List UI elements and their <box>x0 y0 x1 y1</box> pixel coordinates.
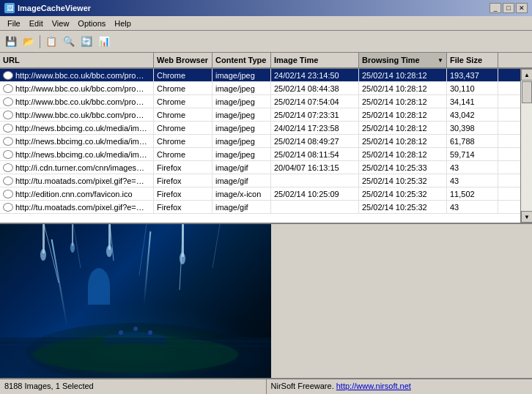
cell-imagetime: 24/02/14 23:14:50 <box>271 69 359 81</box>
cell-browsetime: 25/02/14 10:28:12 <box>359 148 447 160</box>
cell-imagetime: 20/04/07 16:13:15 <box>271 161 359 174</box>
row-icon <box>3 137 13 146</box>
table-row[interactable]: http://news.bbcimg.co.uk/media/im…Chrome… <box>0 122 520 135</box>
cell-type: image/jpeg <box>213 135 271 147</box>
table-row[interactable]: http://news.bbcimg.co.uk/media/im…Chrome… <box>0 135 520 148</box>
app-title: ImageCacheViewer <box>18 4 91 12</box>
cell-filesize: 34,141 <box>447 95 498 108</box>
cell-filesize: 43,042 <box>447 108 498 121</box>
table-row[interactable]: http://edition.cnn.com/favicon.icoFirefo… <box>0 187 520 201</box>
cell-filesize: 43 <box>447 174 498 187</box>
row-icon <box>3 97 13 106</box>
row-icon <box>3 150 13 159</box>
col-header-type[interactable]: Content Type <box>213 53 271 67</box>
cell-url: http://edition.cnn.com/favicon.ico <box>0 187 154 200</box>
svg-line-5 <box>139 224 147 275</box>
cell-filesize: 43 <box>447 201 498 213</box>
table-row[interactable]: http://i.cdn.turner.com/cnn/images…Firef… <box>0 161 520 174</box>
status-link[interactable]: http://www.nirsoft.net <box>336 382 411 390</box>
close-button[interactable]: ✕ <box>516 3 528 13</box>
col-header-filesize[interactable]: File Size <box>447 53 498 67</box>
table-scrollbar[interactable]: ▲ ▼ <box>520 69 532 223</box>
cell-url: http://www.bbc.co.uk/bbc.com/pro… <box>0 95 154 108</box>
lower-area <box>0 224 532 378</box>
svg-point-11 <box>70 242 75 253</box>
menu-edit[interactable]: Edit <box>25 18 48 29</box>
cell-url: http://i.cdn.turner.com/cnn/images… <box>0 161 154 174</box>
cell-type: image/jpeg <box>213 148 271 160</box>
cell-browser: Chrome <box>154 122 213 134</box>
col-header-imagetime[interactable]: Image Time <box>271 53 359 67</box>
cell-filesize: 30,398 <box>447 122 498 134</box>
refresh-button[interactable]: 🔄 <box>78 34 95 50</box>
cell-imagetime: 25/02/14 07:54:04 <box>271 95 359 108</box>
open-button[interactable]: 📂 <box>21 34 37 50</box>
svg-point-13 <box>106 245 112 257</box>
cell-browsetime: 25/02/14 10:28:12 <box>359 122 447 134</box>
table-row[interactable]: http://www.bbc.co.uk/bbc.com/pro…Chromei… <box>0 108 520 122</box>
save-button[interactable]: 💾 <box>3 34 19 50</box>
cell-url: http://www.bbc.co.uk/bbc.com/pro… <box>0 108 154 121</box>
row-icon <box>3 203 13 212</box>
scroll-down-button[interactable]: ▼ <box>521 211 532 223</box>
copy-button[interactable]: 📋 <box>43 34 59 50</box>
cell-type: image/jpeg <box>213 69 271 81</box>
table-row[interactable]: http://www.bbc.co.uk/bbc.com/pro…Chromei… <box>0 69 520 82</box>
row-icon <box>3 124 13 133</box>
table-row[interactable]: http://www.bbc.co.uk/bbc.com/pro…Chromei… <box>0 82 520 95</box>
col-header-browsetime[interactable]: Browsing Time ▼ <box>359 53 447 67</box>
cell-type: image/gif <box>213 201 271 213</box>
cell-type: image/jpeg <box>213 95 271 108</box>
row-icon <box>3 84 13 93</box>
status-count: 8188 Images, 1 Selected <box>4 382 94 390</box>
table-rows: http://www.bbc.co.uk/bbc.com/pro…Chromei… <box>0 69 520 223</box>
cell-browsetime: 25/02/14 10:25:33 <box>359 161 447 174</box>
cell-type: image/gif <box>213 161 271 174</box>
scroll-up-button[interactable]: ▲ <box>521 69 532 81</box>
cell-browsetime: 25/02/14 10:28:12 <box>359 82 447 94</box>
row-icon <box>3 111 13 119</box>
table-row[interactable]: http://www.bbc.co.uk/bbc.com/pro…Chromei… <box>0 95 520 108</box>
status-bar: 8188 Images, 1 Selected NirSoft Freeware… <box>0 378 532 394</box>
window-controls: _ □ ✕ <box>489 3 528 13</box>
menu-bar: File Edit View Options Help <box>0 16 532 31</box>
table-row[interactable]: http://tu.moatads.com/pixel.gif?e=…Firef… <box>0 201 520 214</box>
menu-file[interactable]: File <box>3 18 25 29</box>
minimize-button[interactable]: _ <box>489 3 501 13</box>
row-icon <box>3 71 13 80</box>
scroll-thumb[interactable] <box>522 81 532 103</box>
menu-view[interactable]: View <box>48 18 74 29</box>
cell-imagetime <box>271 201 359 213</box>
table-row[interactable]: http://news.bbcimg.co.uk/media/im…Chrome… <box>0 148 520 161</box>
svg-point-9 <box>40 249 46 261</box>
table-header: URL Web Browser Content Type Image Time … <box>0 53 532 69</box>
svg-rect-8 <box>43 224 45 253</box>
properties-button[interactable]: 📊 <box>96 34 112 50</box>
search-button[interactable]: 🔍 <box>61 34 77 50</box>
cell-filesize: 59,714 <box>447 148 498 160</box>
toolbar: 💾 📂 📋 🔍 🔄 📊 <box>0 31 532 53</box>
status-left: 8188 Images, 1 Selected <box>0 379 267 394</box>
table-row[interactable]: http://tu.moatads.com/pixel.gif?e=…Firef… <box>0 174 520 187</box>
status-prefix: NirSoft Freeware. <box>271 382 336 390</box>
cell-filesize: 11,502 <box>447 187 498 200</box>
cell-browser: Firefox <box>154 187 213 200</box>
cell-type: image/jpeg <box>213 108 271 121</box>
empty-right-pane <box>271 224 532 378</box>
toolbar-separator <box>40 35 40 48</box>
cell-type: image/gif <box>213 174 271 187</box>
svg-point-17 <box>119 330 123 335</box>
cell-filesize: 30,110 <box>447 82 498 94</box>
col-header-url[interactable]: URL <box>0 53 154 67</box>
row-icon <box>3 163 13 172</box>
menu-help[interactable]: Help <box>110 18 136 29</box>
col-header-browser[interactable]: Web Browser <box>154 53 213 67</box>
preview-pane <box>0 224 271 378</box>
cell-browser: Chrome <box>154 148 213 160</box>
row-icon <box>3 176 13 185</box>
scroll-track[interactable] <box>521 81 532 211</box>
cell-browsetime: 25/02/14 10:28:12 <box>359 69 447 81</box>
maximize-button[interactable]: □ <box>503 3 514 13</box>
menu-options[interactable]: Options <box>73 18 110 29</box>
row-icon <box>3 190 13 198</box>
